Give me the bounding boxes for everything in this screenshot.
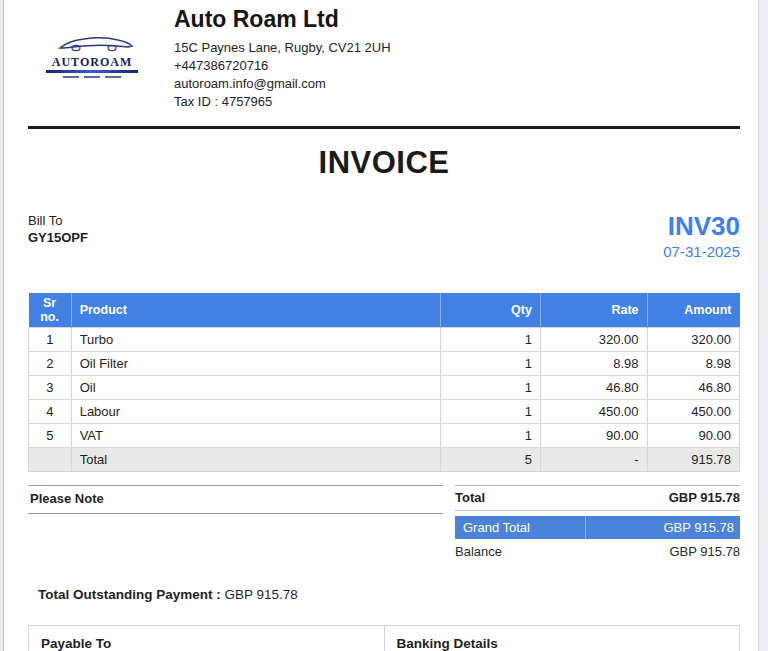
invoice-number-block: INV30 07-31-2025: [663, 212, 740, 260]
cell-srno: 2: [29, 352, 72, 376]
header-divider: [28, 126, 740, 129]
balance-value: GBP 915.78: [669, 544, 740, 559]
totals-summary: Total GBP 915.78 Grand Total GBP 915.78 …: [455, 485, 740, 564]
total-value: GBP 915.78: [669, 490, 740, 505]
page-edge-right: [758, 0, 768, 651]
totals-row-total: Total GBP 915.78: [455, 485, 740, 511]
invoice-meta-row: Bill To GY15OPF INV30 07-31-2025: [28, 212, 740, 260]
cell-qty: 1: [441, 352, 541, 376]
grand-total-label: Grand Total: [455, 516, 586, 539]
cell-rate: 8.98: [540, 352, 647, 376]
note-and-totals: Please Note Total GBP 915.78 Grand Total…: [28, 485, 740, 564]
payable-to-cell: Payable To Auto Roam Ltd: [29, 626, 385, 651]
cell-qty: 1: [441, 328, 541, 352]
col-header-product: Product: [71, 293, 441, 328]
cell-srno: 5: [29, 424, 72, 448]
outstanding-payment: Total Outstanding Payment : GBP 915.78: [28, 587, 740, 602]
cell-rate: 90.00: [540, 424, 647, 448]
line-items-table: Sr no. Product Qty Rate Amount 1 Turbo 1…: [28, 293, 740, 472]
banking-details-label: Banking Details: [397, 634, 728, 651]
page-edge-left: [0, 0, 4, 651]
cell-amount: 320.00: [647, 328, 739, 352]
car-icon: [46, 32, 138, 52]
table-row: 4 Labour 1 450.00 450.00: [29, 400, 740, 424]
cell-amount: 46.80: [647, 376, 739, 400]
totals-row-balance: Balance GBP 915.78: [455, 539, 740, 564]
total-label: Total: [455, 490, 485, 505]
table-row: 3 Oil 1 46.80 46.80: [29, 376, 740, 400]
cell-qty: 1: [441, 400, 541, 424]
col-header-rate: Rate: [540, 293, 647, 328]
payable-to-label: Payable To: [41, 634, 372, 651]
invoice-page: AUTOROAM Auto Roam Ltd 15C Paynes Lane, …: [28, 0, 740, 651]
bill-to-value: GY15OPF: [28, 229, 88, 246]
table-row: 1 Turbo 1 320.00 320.00: [29, 328, 740, 352]
banking-details-cell: Banking Details 30-99-50 32901262: [385, 626, 740, 651]
totals-row-grand-total: Grand Total GBP 915.78: [455, 516, 740, 539]
bill-to-block: Bill To GY15OPF: [28, 212, 88, 260]
balance-label: Balance: [455, 544, 502, 559]
invoice-number: INV30: [663, 212, 740, 240]
cell-rate: 46.80: [540, 376, 647, 400]
cell-product: Labour: [71, 400, 441, 424]
company-tax-id: Tax ID : 4757965: [174, 93, 391, 111]
cell-srno: 1: [29, 328, 72, 352]
company-address: 15C Paynes Lane, Rugby, CV21 2UH: [174, 39, 391, 57]
company-logo: AUTOROAM: [38, 32, 146, 111]
cell-product: Turbo: [71, 328, 441, 352]
company-name: Auto Roam Ltd: [174, 6, 391, 33]
cell-amount: 8.98: [647, 352, 739, 376]
cell-qty: 1: [441, 376, 541, 400]
cell-amount: 90.00: [647, 424, 739, 448]
invoice-date: 07-31-2025: [663, 243, 740, 260]
cell-srno: 3: [29, 376, 72, 400]
company-header: AUTOROAM Auto Roam Ltd 15C Paynes Lane, …: [28, 0, 740, 111]
cell-qty: 5: [441, 448, 541, 472]
company-email: autoroam.info@gmail.com: [174, 75, 391, 93]
table-row: 5 VAT 1 90.00 90.00: [29, 424, 740, 448]
outstanding-value: GBP 915.78: [225, 587, 298, 602]
company-phone: +447386720716: [174, 57, 391, 75]
payment-details-box: Payable To Auto Roam Ltd Banking Details…: [28, 625, 740, 651]
cell-rate: 450.00: [540, 400, 647, 424]
page-title: INVOICE: [28, 145, 740, 181]
logo-text: AUTOROAM: [38, 56, 146, 68]
cell-product: Oil: [71, 376, 441, 400]
cell-amount: 450.00: [647, 400, 739, 424]
cell-qty: 1: [441, 424, 541, 448]
col-header-srno: Sr no.: [29, 293, 72, 328]
table-header: Sr no. Product Qty Rate Amount: [29, 293, 740, 328]
col-header-amount: Amount: [647, 293, 739, 328]
table-total-row: Total 5 - 915.78: [29, 448, 740, 472]
cell-product: Oil Filter: [71, 352, 441, 376]
cell-rate: 320.00: [540, 328, 647, 352]
company-info: Auto Roam Ltd 15C Paynes Lane, Rugby, CV…: [174, 6, 391, 111]
cell-rate: -: [540, 448, 647, 472]
cell-product: VAT: [71, 424, 441, 448]
grand-total-value: GBP 915.78: [586, 516, 740, 539]
logo-tagline: [38, 76, 146, 78]
table-row: 2 Oil Filter 1 8.98 8.98: [29, 352, 740, 376]
outstanding-label: Total Outstanding Payment :: [38, 587, 221, 602]
cell-srno: 4: [29, 400, 72, 424]
cell-product: Total: [71, 448, 441, 472]
bill-to-label: Bill To: [28, 212, 88, 229]
cell-amount: 915.78: [647, 448, 739, 472]
logo-underline: [46, 70, 138, 73]
please-note: Please Note: [28, 485, 443, 514]
cell-srno: [29, 448, 72, 472]
col-header-qty: Qty: [441, 293, 541, 328]
